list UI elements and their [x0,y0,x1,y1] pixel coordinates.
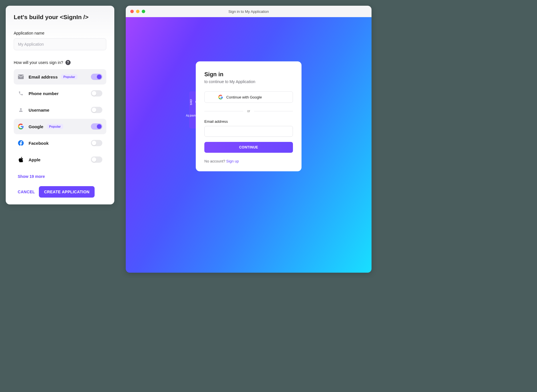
no-account-text: No account? [204,159,226,163]
facebook-icon [18,140,24,146]
window-minimize-icon[interactable] [136,10,139,13]
google-button-label: Continue with Google [226,95,262,99]
window-title: Sign in to My Application [228,9,269,14]
preview-window: Sign in to My Application Secured by ◉ c… [126,6,372,273]
action-row: CANCEL CREATE APPLICATION [14,186,106,198]
toggle-email[interactable] [91,74,102,80]
auth-option-apple-label: Apple [29,157,41,162]
config-title-prefix: Let's build your [14,14,60,20]
google-icon [218,95,223,99]
app-name-input[interactable] [14,38,106,50]
secured-brand-text: clerk [190,99,193,105]
help-icon[interactable]: ? [65,60,71,65]
auth-option-apple: Apple [14,152,106,167]
signin-subtitle: to continue to My Application [204,79,293,84]
cancel-button[interactable]: CANCEL [18,190,35,194]
popular-badge: Popular [61,74,77,79]
auth-option-google: Google Popular [14,119,106,134]
auth-option-google-label: Google [29,124,43,129]
auth-option-email: Email address Popular [14,69,106,85]
window-close-icon[interactable] [130,10,134,13]
auth-option-phone-label: Phone number [29,91,59,96]
config-title-component: <SignIn /> [60,14,88,20]
config-title: Let's build your <SignIn /> [14,14,106,21]
divider: or [204,109,293,113]
toggle-facebook[interactable] [91,140,102,146]
signin-methods-label: How will your users sign in? ? [14,60,106,65]
divider-line [254,111,293,111]
signup-link[interactable]: Sign up [226,159,239,163]
auth-option-facebook-label: Facebook [29,141,49,146]
window-titlebar: Sign in to My Application [126,6,372,17]
auth-option-phone: Phone number [14,86,106,101]
auth-option-username: Username [14,102,106,118]
divider-text: or [247,109,250,113]
apple-icon [18,156,24,163]
svg-point-1 [20,108,22,110]
app-name-label: Application name [14,31,106,35]
create-application-button[interactable]: CREATE APPLICATION [39,186,95,198]
phone-icon [18,90,24,97]
toggle-phone[interactable] [91,90,102,97]
toggle-username[interactable] [91,107,102,113]
continue-with-google-button[interactable]: Continue with Google [204,91,293,103]
signin-methods-text: How will your users sign in? [14,60,63,65]
continue-button[interactable]: CONTINUE [204,142,293,153]
auth-option-username-label: Username [29,108,49,112]
email-icon [18,74,24,80]
signin-card: Sign in to continue to My Application Co… [196,61,302,171]
preview-canvas: Secured by ◉ clerk Sign in to continue t… [126,17,372,273]
config-panel: Let's build your <SignIn /> Application … [6,6,114,204]
divider-line [204,111,243,111]
signin-title: Sign in [204,71,293,78]
window-zoom-icon[interactable] [142,10,145,13]
google-icon [18,123,24,130]
auth-option-email-label: Email address [29,75,58,79]
user-icon [18,107,24,113]
show-more-button[interactable]: Show 19 more [18,174,45,179]
email-input[interactable] [204,126,293,137]
popular-badge: Popular [47,124,63,129]
email-field-label: Email address [204,119,293,124]
toggle-apple[interactable] [91,156,102,163]
signup-prompt: No account? Sign up [204,159,293,163]
toggle-google[interactable] [91,123,102,130]
traffic-lights [130,10,145,13]
auth-option-facebook: Facebook [14,135,106,151]
